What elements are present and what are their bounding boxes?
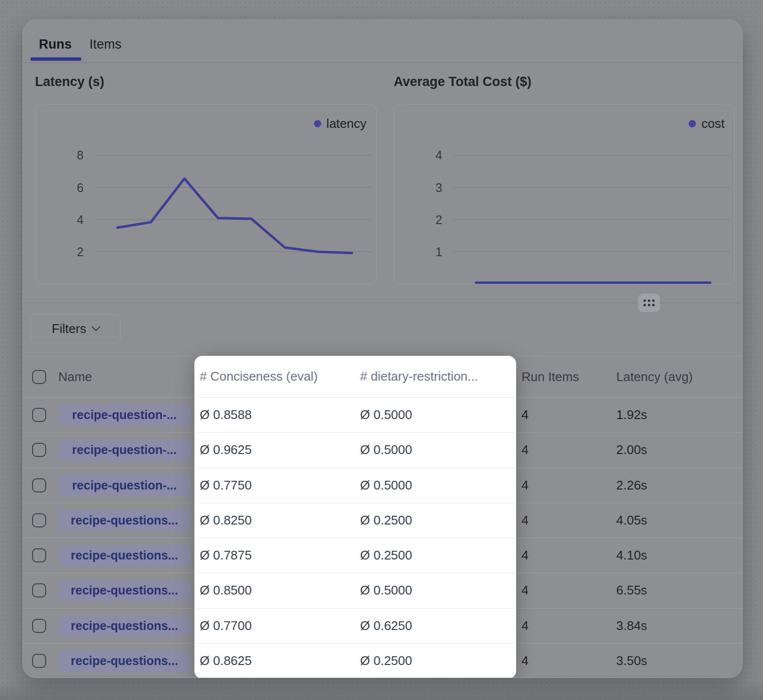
active-tab-underline	[31, 57, 81, 61]
resize-drag-handle[interactable]	[638, 294, 660, 312]
tabs-divider	[23, 62, 742, 63]
run-items-value: 4	[516, 573, 616, 608]
row-select-cell	[23, 503, 58, 538]
run-name-cell: recipe-question-...	[58, 433, 194, 468]
latency-chart-title: Latency (s)	[35, 74, 377, 104]
runs-table: Name # Conciseness (eval) # dietary-rest…	[23, 356, 742, 678]
row-select-cell	[23, 468, 58, 503]
latency-value: 3.50s	[616, 644, 742, 678]
run-items-value: 4	[516, 468, 616, 503]
latency-value: 6.55s	[616, 573, 742, 608]
legend-dot-icon	[689, 120, 696, 127]
run-name-badge[interactable]: recipe-questions...	[58, 545, 191, 566]
conciseness-value: Ø 0.9625	[194, 433, 355, 468]
cost-chart-section: Average Total Cost ($) cost 1234	[394, 74, 735, 284]
dietary-value: Ø 0.5000	[355, 468, 516, 503]
legend-dot-icon	[314, 120, 321, 127]
row-checkbox[interactable]	[32, 654, 46, 668]
row-checkbox[interactable]	[32, 443, 46, 457]
legend-label: latency	[327, 116, 366, 131]
column-header-name[interactable]: Name	[58, 356, 194, 398]
row-select-cell	[23, 644, 58, 678]
run-name-cell: recipe-questions...	[58, 644, 194, 678]
column-header-dietary[interactable]: # dietary-restriction...	[355, 356, 516, 398]
run-items-value: 4	[516, 433, 616, 468]
runs-panel: Runs Items Latency (s) latency 2468 Aver…	[22, 19, 743, 678]
run-items-value: 4	[516, 503, 616, 538]
svg-text:2: 2	[77, 245, 84, 259]
run-name-cell: recipe-questions...	[58, 503, 194, 538]
filters-label: Filters	[52, 321, 87, 336]
row-checkbox[interactable]	[32, 583, 46, 597]
row-checkbox[interactable]	[32, 513, 46, 527]
run-name-badge[interactable]: recipe-questions...	[58, 580, 191, 601]
dietary-value: Ø 0.2500	[355, 644, 516, 678]
row-checkbox[interactable]	[32, 478, 46, 492]
run-items-value: 4	[516, 609, 616, 644]
row-select-cell	[23, 609, 58, 644]
row-select-cell	[23, 538, 58, 573]
latency-chart-card: latency 2468	[35, 104, 377, 284]
run-name-badge[interactable]: recipe-question-...	[58, 474, 191, 496]
filters-button[interactable]: Filters	[31, 314, 121, 344]
svg-text:8: 8	[77, 148, 84, 162]
conciseness-value: Ø 0.8500	[194, 573, 355, 608]
svg-text:1: 1	[435, 245, 442, 259]
run-name-cell: recipe-questions...	[58, 573, 194, 608]
svg-text:2: 2	[435, 213, 442, 227]
run-name-cell: recipe-questions...	[58, 538, 194, 573]
run-name-cell: recipe-questions...	[58, 609, 194, 644]
run-name-badge[interactable]: recipe-question-...	[58, 439, 191, 461]
dietary-value: Ø 0.6250	[355, 609, 516, 644]
latency-value: 4.05s	[616, 503, 742, 538]
dietary-value: Ø 0.5000	[355, 573, 516, 608]
select-all-cell	[23, 356, 58, 398]
chevron-down-icon	[92, 322, 101, 331]
page-background: { "tabs": [ { "label": "Runs", "active":…	[0, 0, 763, 700]
tab-runs[interactable]: Runs	[39, 37, 72, 52]
cost-chart-title: Average Total Cost ($)	[394, 74, 735, 104]
dietary-value: Ø 0.2500	[355, 503, 516, 538]
conciseness-value: Ø 0.8588	[194, 398, 355, 433]
select-all-checkbox[interactable]	[32, 370, 46, 384]
tab-items[interactable]: Items	[89, 37, 121, 52]
column-header-run-items[interactable]: Run Items	[516, 356, 616, 398]
svg-text:3: 3	[435, 181, 442, 194]
latency-legend: latency	[314, 116, 366, 131]
dietary-value: Ø 0.5000	[355, 398, 516, 433]
conciseness-value: Ø 0.8250	[194, 503, 355, 538]
run-name-badge[interactable]: recipe-questions...	[58, 509, 191, 531]
run-items-value: 4	[516, 644, 616, 678]
dietary-value: Ø 0.5000	[355, 433, 516, 468]
column-header-conciseness[interactable]: # Conciseness (eval)	[194, 356, 355, 398]
latency-plot: 2468	[35, 105, 376, 284]
row-select-cell	[23, 573, 58, 608]
latency-chart-section: Latency (s) latency 2468	[35, 74, 377, 284]
svg-text:4: 4	[435, 148, 442, 162]
run-name-badge[interactable]: recipe-questions...	[58, 615, 191, 636]
cost-chart-card: cost 1234	[394, 104, 735, 284]
row-checkbox[interactable]	[32, 548, 46, 562]
latency-value: 2.00s	[616, 433, 742, 468]
svg-text:6: 6	[77, 181, 84, 194]
run-name-badge[interactable]: recipe-question-...	[58, 404, 191, 426]
latency-value: 1.92s	[616, 398, 742, 433]
latency-value: 2.26s	[616, 468, 742, 503]
conciseness-value: Ø 0.7750	[194, 468, 355, 503]
cost-plot: 1234	[394, 105, 734, 284]
legend-label: cost	[701, 116, 725, 131]
row-select-cell	[23, 433, 58, 468]
run-items-value: 4	[516, 398, 616, 433]
run-name-cell: recipe-question-...	[58, 468, 194, 503]
conciseness-value: Ø 0.7700	[194, 609, 355, 644]
cost-legend: cost	[689, 116, 725, 131]
dietary-value: Ø 0.2500	[355, 538, 516, 573]
run-name-badge[interactable]: recipe-questions...	[58, 650, 191, 672]
run-name-cell: recipe-question-...	[58, 398, 194, 433]
row-checkbox[interactable]	[32, 408, 46, 422]
conciseness-value: Ø 0.8625	[194, 644, 355, 678]
row-select-cell	[23, 398, 58, 433]
row-checkbox[interactable]	[32, 619, 46, 633]
column-header-latency[interactable]: Latency (avg)	[616, 356, 742, 398]
svg-text:4: 4	[77, 213, 84, 227]
